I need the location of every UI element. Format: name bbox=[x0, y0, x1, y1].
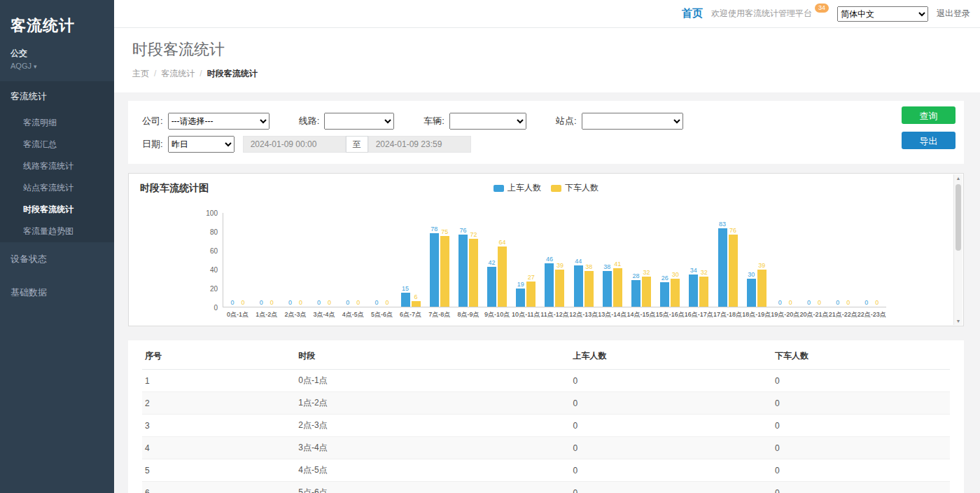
bar[interactable] bbox=[718, 228, 727, 307]
bar[interactable] bbox=[458, 235, 468, 307]
logout-link[interactable]: 退出登录 bbox=[937, 8, 970, 20]
sidebar-subitem-flow-trend[interactable]: 客流量趋势图 bbox=[0, 221, 114, 242]
x-axis-label: 13点-14点 bbox=[598, 310, 626, 319]
bar[interactable] bbox=[757, 270, 766, 307]
org-code: AQGJ bbox=[10, 62, 31, 70]
bar-value-label: 0 bbox=[778, 299, 782, 306]
bar-wrap: 0 bbox=[804, 299, 813, 307]
bar-group: 0019点-20点 bbox=[771, 213, 799, 307]
bar-wrap: 76 bbox=[729, 227, 738, 307]
bar[interactable] bbox=[498, 246, 507, 307]
query-button[interactable]: 查询 bbox=[902, 106, 955, 124]
bar[interactable] bbox=[401, 293, 410, 307]
breadcrumb-item[interactable]: 客流统计 bbox=[161, 69, 195, 78]
bar[interactable] bbox=[631, 280, 640, 307]
bar-value-label: 0 bbox=[818, 299, 821, 306]
breadcrumb-item[interactable]: 主页 bbox=[132, 69, 149, 78]
bar-wrap: 44 bbox=[574, 258, 583, 307]
chevron-down-icon: ▾ bbox=[34, 63, 37, 70]
bar-value-label: 15 bbox=[402, 285, 409, 292]
bar-group: 263015点-16点 bbox=[656, 213, 685, 307]
sidebar-subitem-period-flow[interactable]: 时段客流统计 bbox=[0, 199, 114, 221]
org-selector[interactable]: AQGJ▾ bbox=[0, 60, 114, 81]
company-select[interactable]: ---请选择--- bbox=[168, 113, 270, 130]
scroll-down-icon[interactable]: ▼ bbox=[954, 319, 962, 324]
bar[interactable] bbox=[526, 282, 536, 307]
export-button[interactable]: 导出 bbox=[902, 132, 955, 149]
scroll-up-icon[interactable]: ▲ bbox=[954, 176, 962, 181]
language-select[interactable]: 简体中文 bbox=[837, 6, 928, 22]
bar-value-label: 32 bbox=[643, 269, 650, 276]
bar[interactable] bbox=[469, 239, 478, 307]
bar-value-label: 0 bbox=[374, 299, 378, 306]
sidebar-item-device-status[interactable]: 设备状态 bbox=[0, 242, 114, 276]
vehicle-label: 车辆: bbox=[424, 115, 444, 127]
station-select[interactable] bbox=[582, 113, 683, 130]
bar-group: 1566点-7点 bbox=[396, 213, 425, 307]
bar-wrap: 0 bbox=[257, 299, 266, 307]
table-cell: 5点-6点 bbox=[295, 482, 570, 493]
x-axis-label: 8点-9点 bbox=[457, 310, 479, 319]
date-preset-select[interactable]: 昨日 bbox=[168, 136, 234, 153]
bars-row: 00 bbox=[228, 299, 248, 307]
bar[interactable] bbox=[699, 277, 708, 307]
bar[interactable] bbox=[613, 268, 622, 307]
sidebar-subitem-flow-detail[interactable]: 客流明细 bbox=[0, 112, 114, 134]
vehicle-select[interactable] bbox=[449, 113, 526, 130]
bars-row: 2630 bbox=[660, 271, 680, 307]
bar[interactable] bbox=[729, 235, 738, 307]
table-cell: 0 bbox=[772, 459, 950, 482]
bar-wrap: 0 bbox=[872, 299, 881, 307]
bar[interactable] bbox=[440, 236, 449, 307]
line-select[interactable] bbox=[324, 113, 394, 130]
bar-value-label: 32 bbox=[701, 269, 708, 276]
table-cell: 0 bbox=[570, 370, 773, 392]
bar[interactable] bbox=[430, 233, 439, 307]
sidebar-item-passenger-flow[interactable]: 客流统计 bbox=[0, 81, 114, 112]
bar[interactable] bbox=[584, 271, 594, 307]
y-axis-tick: 80 bbox=[210, 228, 223, 236]
bar[interactable] bbox=[689, 275, 698, 307]
table-cell: 0 bbox=[772, 437, 950, 459]
home-link[interactable]: 首页 bbox=[682, 7, 703, 20]
legend-item[interactable]: 下车人数 bbox=[551, 182, 598, 194]
bar[interactable] bbox=[412, 301, 421, 307]
bar[interactable] bbox=[487, 267, 496, 307]
bar-value-label: 64 bbox=[499, 239, 506, 246]
bar[interactable] bbox=[660, 282, 669, 307]
page-title: 时段客流统计 bbox=[132, 39, 962, 60]
bar-value-label: 76 bbox=[459, 227, 466, 234]
bar[interactable] bbox=[747, 279, 756, 307]
sidebar: 客流统计 公交 AQGJ▾ 客流统计客流明细客流汇总线路客流统计站点客流统计时段… bbox=[0, 0, 114, 493]
bar[interactable] bbox=[603, 271, 612, 307]
bar-value-label: 0 bbox=[836, 299, 839, 306]
date-start-input[interactable] bbox=[243, 136, 346, 153]
bar-value-label: 0 bbox=[231, 299, 234, 306]
legend-item[interactable]: 上车人数 bbox=[493, 182, 541, 194]
date-end-input[interactable] bbox=[368, 136, 471, 153]
chart-scrollbar[interactable]: ▲ ▼ bbox=[953, 174, 962, 325]
bar[interactable] bbox=[671, 279, 680, 307]
bar[interactable] bbox=[574, 265, 583, 307]
bar-value-label: 0 bbox=[299, 299, 302, 306]
sidebar-subitem-flow-summary[interactable]: 客流汇总 bbox=[0, 134, 114, 155]
bar-wrap: 0 bbox=[815, 299, 824, 307]
bar-value-label: 0 bbox=[288, 299, 292, 306]
bar[interactable] bbox=[642, 277, 651, 307]
scrollbar-thumb[interactable] bbox=[955, 184, 961, 251]
bar-value-label: 0 bbox=[270, 299, 274, 306]
sidebar-subitem-line-flow[interactable]: 线路客流统计 bbox=[0, 155, 114, 177]
table-cell: 4点-5点 bbox=[295, 459, 570, 482]
bar[interactable] bbox=[545, 263, 554, 307]
table-cell: 0 bbox=[772, 392, 950, 415]
sidebar-item-base-data[interactable]: 基础数据 bbox=[0, 276, 114, 310]
bar[interactable] bbox=[516, 289, 525, 307]
bars-row: 4264 bbox=[487, 239, 507, 307]
nav-section-base-data: 基础数据 bbox=[0, 276, 114, 310]
bar-wrap: 64 bbox=[498, 239, 507, 307]
bar-wrap: 46 bbox=[545, 256, 554, 307]
bar[interactable] bbox=[555, 270, 564, 307]
main-area: 首页 欢迎使用客流统计管理平台 34 简体中文 退出登录 时段客流统计 主页/客… bbox=[114, 0, 980, 493]
sidebar-subitem-station-flow[interactable]: 站点客流统计 bbox=[0, 177, 114, 199]
bar-wrap: 0 bbox=[372, 299, 381, 307]
